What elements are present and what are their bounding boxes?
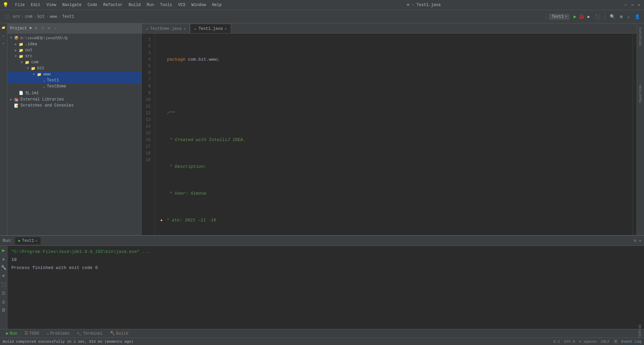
profile-button[interactable]: 👤	[633, 13, 641, 20]
panel-collapse-btn[interactable]: ≡	[40, 26, 45, 31]
run-wrench-btn[interactable]: 🔧	[0, 264, 7, 271]
tree-item-idea[interactable]: ▶ 📁 .idea	[7, 41, 141, 47]
tab-test1-label: Test1.java	[199, 26, 223, 31]
todo-nav-icon: ☰	[24, 331, 28, 336]
status-encoding: UTF-8	[564, 340, 575, 344]
run-trash-btn[interactable]: 🗑	[1, 307, 6, 314]
nav-tab-problems[interactable]: ⚠ Problems	[43, 330, 73, 337]
right-side-panel: Structure Favorites	[637, 23, 644, 235]
favorites-icon[interactable]: ★	[1, 41, 6, 47]
structure-icon[interactable]: ≡	[1, 34, 6, 38]
menu-navigate[interactable]: Navigate	[59, 2, 84, 8]
run-down-btn[interactable]: ▼	[2, 273, 6, 279]
build-status: Build completed successfully in 1 sec, 5…	[3, 340, 133, 344]
favorites-side-tab[interactable]: Favorites	[638, 83, 643, 104]
close-button[interactable]: ✕	[637, 3, 641, 7]
menu-view[interactable]: View	[44, 2, 59, 8]
run-button[interactable]: ▶	[574, 14, 576, 19]
com-folder-icon: 📁	[25, 60, 30, 65]
git-update-button[interactable]: ↙	[626, 13, 631, 20]
tab-testdome-close[interactable]: ✕	[183, 27, 185, 31]
title-bar-left: 💡 File Edit View Navigate Code Refactor …	[3, 2, 224, 8]
menu-help[interactable]: Help	[209, 2, 224, 8]
event-log[interactable]: Event Log	[622, 340, 641, 344]
panel-locate-btn[interactable]: ⊕	[34, 25, 38, 31]
console-line-process: Process finished with exit code 0	[11, 265, 640, 271]
run-stop-btn[interactable]: ⬛	[0, 281, 7, 288]
tree-item-ext-libs[interactable]: ▶ 📚 External Libraries	[7, 96, 141, 102]
debug-button[interactable]: 🐞	[579, 14, 584, 19]
project-tab-icon[interactable]: 📁	[1, 25, 6, 31]
bottom-nav-area: ▶ Run ☰ TODO ⚠ Problems >_ Terminal 🔨 Bu…	[0, 329, 644, 345]
menu-window[interactable]: Window	[189, 2, 209, 8]
menu-run[interactable]: Run	[144, 2, 157, 8]
ext-libs-icon: 📚	[14, 97, 19, 102]
bottom-tab-close[interactable]: ✕	[35, 239, 37, 243]
run-up-btn[interactable]: ▲	[2, 256, 6, 262]
project-panel-header: Project ▼ ⊕ ≡ ⚙ —	[7, 23, 141, 33]
bottom-tab-test1[interactable]: ▶ Test1 ✕	[15, 237, 41, 245]
stop-button[interactable]: ⬛	[593, 13, 601, 20]
menu-vcs[interactable]: VCS	[175, 2, 188, 8]
tree-item-iml[interactable]: 📄 包.iml	[7, 89, 141, 96]
settings-button[interactable]: ⚙	[619, 13, 624, 20]
nav-tab-todo[interactable]: ☰ TODO	[21, 330, 43, 337]
bottom-settings-btn[interactable]: ⚙	[634, 238, 636, 243]
iml-file-icon: 📄	[19, 91, 23, 95]
search-button[interactable]: 🔍	[608, 13, 616, 20]
tree-item-root[interactable]: ▼ 📦 D:\Java研发\java代码\包	[7, 35, 141, 41]
tree-item-com[interactable]: ▼ 📁 com	[7, 59, 141, 65]
panel-hide-btn[interactable]: —	[53, 26, 57, 31]
tree-item-src[interactable]: ▼ 📁 src	[7, 53, 141, 59]
menu-tools[interactable]: Tools	[157, 2, 175, 8]
menu-code[interactable]: Code	[85, 2, 100, 8]
tree-item-bit[interactable]: ▼ 📁 bit	[7, 65, 141, 71]
tree-item-out[interactable]: ▶ 📁 out	[7, 47, 141, 53]
structure-side-tab[interactable]: Structure	[638, 26, 643, 47]
run-side-buttons: ▶ ▲ 🔧 ▼ ⬛ ☰ 🖨 🗑	[0, 246, 7, 329]
tree-item-testdome[interactable]: ☕ TestDome	[7, 83, 141, 89]
bottom-close-btn[interactable]: ✕	[639, 238, 641, 243]
tree-ext-libs-label: External Libraries	[20, 97, 64, 102]
nav-tab-terminal[interactable]: >_ Terminal	[74, 330, 106, 337]
tree-item-test1[interactable]: ☕ Test1	[7, 77, 141, 83]
app-title: ⊖ - Test1.java	[407, 2, 441, 7]
tab-test1-close[interactable]: ✕	[225, 27, 227, 31]
tree-item-scratches[interactable]: 📝 Scratches and Consoles	[7, 102, 141, 109]
bottom-tab-test1-label: Test1	[22, 238, 34, 243]
tab-testdome[interactable]: ☕ TestDome.java ✕	[142, 24, 190, 33]
console-line-cmd: "C:\Program Files\Java\jdk1.8.0_192\bin\…	[11, 249, 640, 255]
menu-file[interactable]: File	[12, 2, 28, 8]
title-bar-menus: File Edit View Navigate Code Refactor Bu…	[12, 2, 224, 8]
menu-build[interactable]: Build	[126, 2, 143, 8]
run-list-btn[interactable]: ☰	[1, 290, 6, 297]
minimize-button[interactable]: —	[623, 3, 628, 7]
terminal-nav-label: Terminal	[83, 331, 103, 336]
build-nav-icon: 🔨	[110, 331, 115, 336]
tree-src-label: src	[25, 54, 33, 59]
menu-edit[interactable]: Edit	[28, 2, 43, 8]
tab-test1[interactable]: ☕ Test1.java ✕	[190, 24, 231, 33]
run-config-selector[interactable]: Test1 ▼	[549, 14, 570, 20]
toolbar-right: ▶ 🐞 ▶ ⬛ 🔍 ⚙ ↙ 👤	[574, 13, 641, 20]
code-content[interactable]: package com.bit.www; /** * Created with …	[155, 33, 633, 235]
nav-tab-build[interactable]: 🔨 Build	[107, 330, 132, 337]
coverage-button[interactable]: ▶	[586, 13, 592, 20]
breadcrumb-bit: bit	[38, 14, 45, 19]
tree-item-www[interactable]: ▼ 📁 www	[7, 71, 141, 77]
scratches-icon: 📝	[14, 104, 19, 108]
breadcrumb-www: www	[50, 14, 57, 19]
panel-settings-btn[interactable]: ⚙	[47, 25, 51, 31]
bottom-panel: Run: ▶ Test1 ✕ ⚙ ✕ ▶ ▲ 🔧 ▼ ⬛ ☰ 🖨 🗑 "C:\P…	[0, 235, 644, 329]
testdome-java-icon: ☕	[43, 84, 45, 89]
line-numbers: 1 2 3 4 5 6 7 8 9 10 11 12 13 14 15 16 1…	[142, 33, 155, 235]
nav-tab-run[interactable]: ▶ Run	[3, 330, 20, 337]
menu-refactor[interactable]: Refactor	[101, 2, 125, 8]
maximize-button[interactable]: ❐	[630, 3, 635, 7]
code-line-3: /**	[160, 110, 633, 117]
main-area: 📁 ≡ ★ Project ▼ ⊕ ≡ ⚙ — ▼ 📦 D:\Java研发\ja…	[0, 23, 644, 235]
run-print-btn[interactable]: 🖨	[1, 299, 6, 305]
code-editor[interactable]: 1 2 3 4 5 6 7 8 9 10 11 12 13 14 15 16 1…	[142, 33, 637, 235]
run-play-btn[interactable]: ▶	[2, 247, 6, 254]
status-bar: Build completed successfully in 1 sec, 5…	[0, 338, 644, 345]
